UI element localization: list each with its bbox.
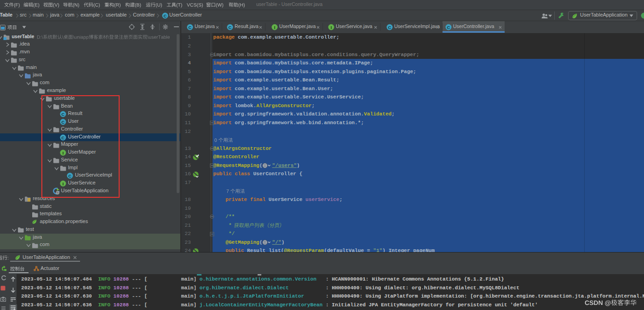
svg-text:I: I: [331, 25, 332, 30]
svg-text:C: C: [447, 25, 450, 30]
svg-text:C: C: [164, 13, 167, 18]
svg-text:C: C: [189, 25, 192, 30]
svg-text:C: C: [229, 25, 232, 30]
svg-text:C: C: [388, 25, 391, 30]
svg-text:I: I: [274, 25, 276, 30]
